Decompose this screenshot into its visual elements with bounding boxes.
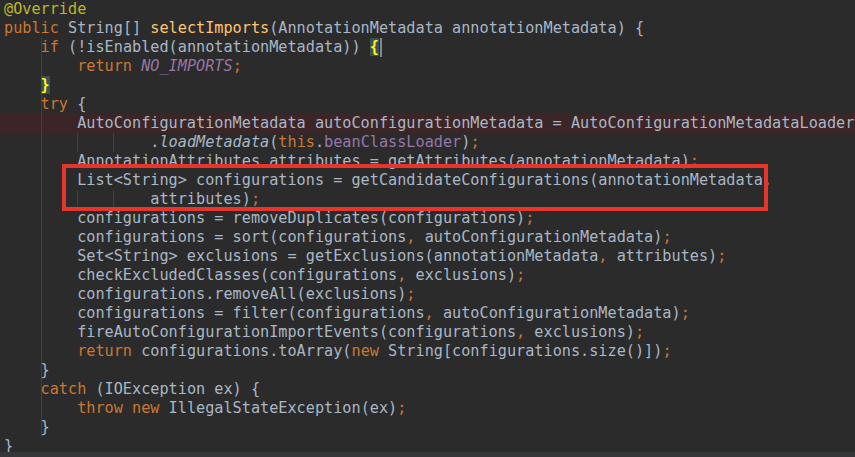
code-line-22[interactable]: throw new IllegalStateException(ex); bbox=[4, 399, 854, 418]
code-token: ; bbox=[717, 247, 726, 265]
code-token: } bbox=[4, 418, 50, 436]
code-token: new bbox=[132, 399, 159, 417]
code-token: ; bbox=[681, 304, 690, 322]
code-token: ; bbox=[516, 266, 525, 284]
annotation-highlight-box bbox=[62, 164, 768, 211]
code-token: public bbox=[4, 19, 59, 37]
code-line-19[interactable]: return configurations.toArray(new String… bbox=[4, 342, 854, 361]
code-token: fireAutoConfigurationImportEvents(config… bbox=[4, 323, 516, 341]
code-text: @Overridepublic String[] selectImports(A… bbox=[4, 0, 854, 456]
code-token: throw bbox=[77, 399, 123, 417]
text-caret bbox=[380, 38, 382, 57]
code-token: if bbox=[41, 38, 59, 56]
code-token: . bbox=[4, 133, 159, 151]
code-line-2[interactable]: public String[] selectImports(Annotation… bbox=[4, 19, 854, 38]
code-line-5[interactable]: } bbox=[4, 76, 854, 95]
code-line-14[interactable]: Set<String> exclusions = getExclusions(a… bbox=[4, 247, 854, 266]
code-token: { bbox=[68, 95, 86, 113]
code-line-20[interactable]: } bbox=[4, 361, 854, 380]
code-line-21[interactable]: catch (IOException ex) { bbox=[4, 380, 854, 399]
code-line-17[interactable]: configurations = filter(configurations, … bbox=[4, 304, 854, 323]
code-line-6[interactable]: try { bbox=[4, 95, 854, 114]
code-token bbox=[132, 57, 141, 75]
code-token: @Override bbox=[4, 0, 86, 18]
code-token: exclusions) bbox=[406, 266, 516, 284]
code-token: IllegalStateException(ex) bbox=[159, 399, 397, 417]
code-token: . bbox=[315, 133, 324, 151]
code-token bbox=[123, 399, 132, 417]
code-token: AutoConfigurationMetadata autoConfigurat… bbox=[4, 114, 854, 132]
code-token: attributes) bbox=[608, 247, 718, 265]
code-token: } bbox=[41, 76, 50, 94]
code-token: NO_IMPORTS bbox=[141, 57, 232, 75]
code-token: loadMetadata bbox=[159, 133, 269, 151]
code-token: ; bbox=[635, 323, 644, 341]
code-token: return bbox=[77, 342, 132, 360]
code-token: configurations = removeDuplicates(config… bbox=[4, 209, 525, 227]
code-token: ; bbox=[470, 133, 479, 151]
code-token: ( bbox=[269, 133, 278, 151]
code-token: configurations = filter(configurations bbox=[4, 304, 425, 322]
code-line-13[interactable]: configurations = sort(configurations, au… bbox=[4, 228, 854, 247]
code-token: , bbox=[425, 304, 434, 322]
code-token bbox=[4, 76, 41, 94]
code-token: (AnnotationMetadata annotationMetadata) … bbox=[269, 19, 644, 37]
code-token: , bbox=[598, 247, 607, 265]
code-token: this bbox=[278, 133, 315, 151]
code-token: String[] bbox=[59, 19, 150, 37]
code-line-16[interactable]: configurations.removeAll(exclusions); bbox=[4, 285, 854, 304]
code-token: ; bbox=[397, 399, 406, 417]
code-token bbox=[4, 342, 77, 360]
code-token: beanClassLoader bbox=[324, 133, 461, 151]
code-token: , bbox=[397, 266, 406, 284]
code-token: ; bbox=[406, 285, 415, 303]
code-token: configurations.removeAll(exclusions) bbox=[4, 285, 406, 303]
code-token: try bbox=[41, 95, 68, 113]
code-editor[interactable]: @Overridepublic String[] selectImports(A… bbox=[0, 0, 855, 457]
code-token bbox=[4, 57, 77, 75]
code-token: String[configurations.size()]) bbox=[379, 342, 662, 360]
code-token: ; bbox=[662, 342, 671, 360]
code-line-18[interactable]: fireAutoConfigurationImportEvents(config… bbox=[4, 323, 854, 342]
code-token: catch bbox=[41, 380, 87, 398]
code-token: new bbox=[351, 342, 378, 360]
code-line-7[interactable]: AutoConfigurationMetadata autoConfigurat… bbox=[4, 114, 854, 133]
code-token bbox=[4, 38, 41, 56]
code-token: ; bbox=[662, 228, 671, 246]
code-line-15[interactable]: checkExcludedClasses(configurations, exc… bbox=[4, 266, 854, 285]
code-token: { bbox=[370, 38, 379, 56]
code-token: autoConfigurationMetadata) bbox=[434, 304, 681, 322]
code-token bbox=[4, 380, 41, 398]
code-token: configurations.toArray( bbox=[132, 342, 351, 360]
code-token: Set<String> exclusions = getExclusions(a… bbox=[4, 247, 598, 265]
bottom-edge-strip bbox=[0, 452, 855, 457]
code-line-12[interactable]: configurations = removeDuplicates(config… bbox=[4, 209, 854, 228]
code-token: selectImports bbox=[150, 19, 269, 37]
code-token: , bbox=[516, 323, 525, 341]
code-token: autoConfigurationMetadata) bbox=[415, 228, 662, 246]
code-token: (IOException ex) { bbox=[86, 380, 260, 398]
code-line-8[interactable]: .loadMetadata(this.beanClassLoader); bbox=[4, 133, 854, 152]
code-token: checkExcludedClasses(configurations bbox=[4, 266, 397, 284]
code-token bbox=[4, 399, 77, 417]
code-token: configurations = sort(configurations bbox=[4, 228, 406, 246]
code-line-4[interactable]: return NO_IMPORTS; bbox=[4, 57, 854, 76]
code-line-1[interactable]: @Override bbox=[4, 0, 854, 19]
code-line-3[interactable]: if (!isEnabled(annotationMetadata)) { bbox=[4, 38, 854, 57]
code-token: exclusions) bbox=[525, 323, 635, 341]
code-token: return bbox=[77, 57, 132, 75]
code-token: ; bbox=[233, 57, 242, 75]
code-token: (!isEnabled(annotationMetadata)) bbox=[59, 38, 370, 56]
code-token bbox=[4, 95, 41, 113]
code-token: } bbox=[4, 361, 50, 379]
code-token: ; bbox=[525, 209, 534, 227]
code-line-23[interactable]: } bbox=[4, 418, 854, 437]
